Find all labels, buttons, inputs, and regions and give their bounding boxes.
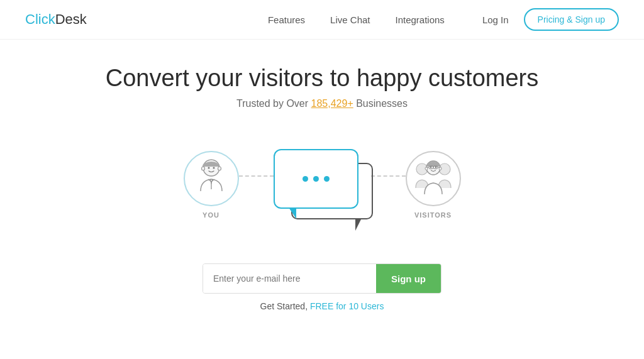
svg-point-1 bbox=[208, 167, 209, 169]
you-label: YOU bbox=[203, 211, 219, 219]
you-person-icon bbox=[192, 157, 231, 201]
svg-point-10 bbox=[435, 167, 436, 168]
chat-bubbles bbox=[274, 149, 371, 221]
logo-desk: Desk bbox=[55, 11, 87, 27]
visitors-group-icon bbox=[411, 157, 456, 201]
free-text: Get Started, FREE for 10 Users bbox=[260, 301, 384, 311]
login-link[interactable]: Log In bbox=[482, 14, 509, 25]
signup-button[interactable]: Sign up bbox=[376, 264, 441, 293]
main-nav: Features Live Chat Integrations bbox=[268, 14, 445, 25]
chat-bubble-outer bbox=[274, 149, 371, 221]
logo-click: Click bbox=[25, 11, 55, 27]
you-avatar: YOU bbox=[184, 151, 239, 219]
signup-form: Sign up bbox=[203, 263, 441, 294]
svg-point-9 bbox=[430, 167, 431, 168]
svg-point-3 bbox=[201, 167, 204, 170]
subheadline-number: 185,429+ bbox=[311, 98, 353, 109]
hero-headline: Convert your visitors to happy customers bbox=[106, 65, 539, 92]
pricing-signup-button[interactable]: Pricing & Sign up bbox=[524, 8, 619, 31]
dashed-line-left bbox=[239, 175, 274, 177]
free-text-link[interactable]: FREE for 10 Users bbox=[310, 301, 384, 311]
email-input[interactable] bbox=[203, 264, 376, 293]
nav-live-chat[interactable]: Live Chat bbox=[330, 14, 370, 25]
dot-1 bbox=[303, 176, 308, 182]
svg-point-4 bbox=[218, 167, 221, 170]
dot-3 bbox=[324, 176, 330, 182]
nav-features[interactable]: Features bbox=[268, 14, 305, 25]
hero-subheadline: Trusted by Over 185,429+ Businesses bbox=[236, 98, 408, 109]
dot-2 bbox=[313, 176, 319, 182]
subheadline-suffix: Businesses bbox=[353, 98, 408, 109]
subheadline-prefix: Trusted by Over bbox=[236, 98, 311, 109]
hero-illustration: YOU bbox=[184, 128, 461, 241]
main-content: Convert your visitors to happy customers… bbox=[0, 40, 644, 311]
header-right: Log In Pricing & Sign up bbox=[482, 8, 619, 31]
nav-integrations[interactable]: Integrations bbox=[395, 14, 444, 25]
free-text-prefix: Get Started, bbox=[260, 301, 310, 311]
site-header: ClickDesk Features Live Chat Integration… bbox=[0, 0, 644, 40]
site-logo[interactable]: ClickDesk bbox=[25, 11, 87, 28]
visitors-avatar: VISITORS bbox=[406, 151, 461, 219]
svg-point-2 bbox=[213, 167, 214, 169]
visitors-avatar-circle bbox=[406, 151, 461, 206]
dashed-line-right bbox=[371, 175, 406, 177]
you-avatar-circle bbox=[184, 151, 239, 206]
visitors-label: VISITORS bbox=[414, 211, 452, 219]
chat-bubble-blue bbox=[274, 149, 358, 209]
